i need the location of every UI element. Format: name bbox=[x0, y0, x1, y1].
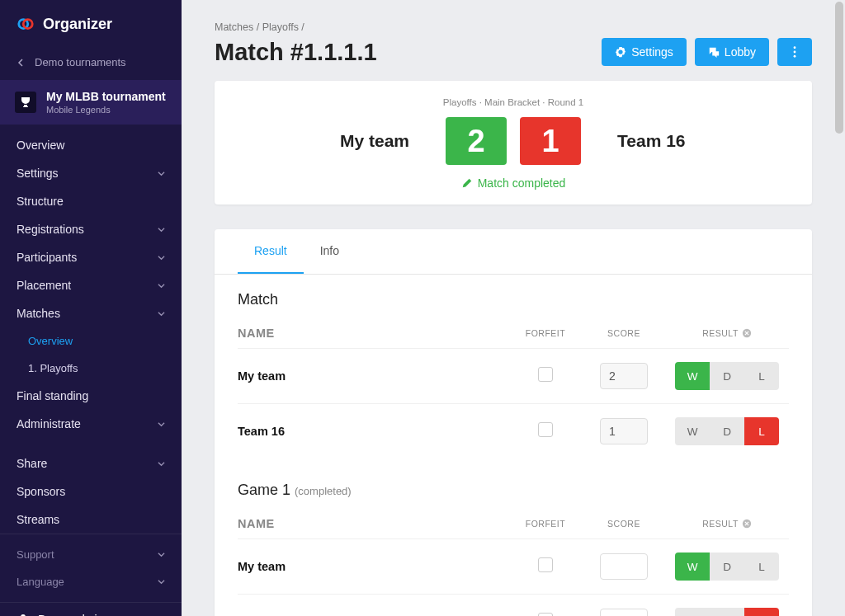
match-status[interactable]: Match completed bbox=[239, 176, 787, 190]
wdl-win[interactable]: W bbox=[675, 608, 710, 616]
match-status-text: Match completed bbox=[478, 176, 566, 190]
col-forfeit: FORFEIT bbox=[508, 328, 583, 338]
forfeit-checkbox[interactable] bbox=[538, 422, 553, 437]
wdl-lose[interactable]: L bbox=[744, 362, 779, 390]
svg-point-4 bbox=[794, 51, 796, 54]
sidebar-item-settings[interactable]: Settings bbox=[0, 159, 182, 187]
dots-vertical-icon bbox=[789, 46, 800, 58]
wdl-win[interactable]: W bbox=[675, 362, 710, 390]
scrollbar[interactable] bbox=[835, 2, 843, 134]
tab-info[interactable]: Info bbox=[304, 229, 356, 274]
sidebar-item-label: Sponsors bbox=[17, 485, 65, 498]
col-score: SCORE bbox=[583, 519, 665, 529]
sidebar-item-structure[interactable]: Structure bbox=[0, 187, 182, 215]
sidebar-item-language[interactable]: Language bbox=[0, 568, 182, 595]
brand: Organizer bbox=[0, 0, 182, 48]
sidebar-item-final-standing[interactable]: Final standing bbox=[0, 382, 182, 410]
col-name: NAME bbox=[238, 327, 508, 340]
table-row: Team 16 W D L bbox=[238, 403, 789, 458]
section-game-1: Game 1 (completed) NAME FORFEIT SCORE RE… bbox=[215, 465, 812, 616]
sidebar-item-label: Share bbox=[17, 457, 47, 470]
section-match: Match NAME FORFEIT SCORE RESULT My team … bbox=[215, 275, 812, 465]
wdl-win[interactable]: W bbox=[675, 553, 710, 581]
wdl-lose[interactable]: L bbox=[744, 417, 779, 445]
wdl-toggle: W D L bbox=[675, 362, 779, 390]
tournament-game: Mobile Legends bbox=[46, 105, 166, 115]
section-title: Match bbox=[238, 291, 789, 308]
trophy-icon bbox=[15, 92, 36, 113]
wdl-draw[interactable]: D bbox=[710, 553, 744, 581]
lobby-button[interactable]: Lobby bbox=[695, 38, 769, 66]
sidebar-item-share[interactable]: Share bbox=[0, 449, 182, 477]
chevron-down-icon bbox=[158, 576, 165, 588]
wdl-toggle: W D L bbox=[675, 553, 779, 581]
svg-point-3 bbox=[794, 46, 796, 49]
forfeit-checkbox[interactable] bbox=[538, 557, 553, 572]
sidebar-item-sponsors[interactable]: Sponsors bbox=[0, 477, 182, 505]
sidebar-item-overview[interactable]: Overview bbox=[0, 131, 182, 159]
sidebar-item-label: Settings bbox=[17, 167, 59, 180]
more-button[interactable] bbox=[777, 38, 812, 66]
wdl-draw[interactable]: D bbox=[710, 362, 744, 390]
wdl-lose[interactable]: L bbox=[744, 608, 779, 616]
wdl-draw[interactable]: D bbox=[710, 417, 744, 445]
row-team-name: Team 16 bbox=[238, 425, 508, 438]
sidebar-item-label: Support bbox=[17, 548, 54, 561]
forfeit-checkbox[interactable] bbox=[538, 613, 553, 616]
breadcrumb[interactable]: Matches / Playoffs / bbox=[215, 21, 812, 33]
sidebar-item-label: Overview bbox=[17, 139, 64, 152]
wdl-lose[interactable]: L bbox=[744, 553, 779, 581]
sidebar-item-placement[interactable]: Placement bbox=[0, 271, 182, 299]
sidebar-item-participants[interactable]: Participants bbox=[0, 243, 182, 271]
score-subtitle: Playoffs · Main Bracket · Round 1 bbox=[239, 97, 787, 107]
sidebar-item-administrate[interactable]: Administrate bbox=[0, 410, 182, 438]
sidebar-item-registrations[interactable]: Registrations bbox=[0, 215, 182, 243]
chat-icon bbox=[708, 46, 720, 58]
chevron-down-icon bbox=[158, 223, 165, 236]
forfeit-checkbox[interactable] bbox=[538, 367, 553, 382]
sidebar-item-label: Matches bbox=[17, 307, 60, 320]
user-icon bbox=[17, 613, 30, 616]
sidebar-item-streams[interactable]: Streams bbox=[0, 505, 182, 534]
score-input[interactable] bbox=[600, 363, 648, 389]
tournament-block[interactable]: My MLBB tournament Mobile Legends bbox=[0, 80, 182, 125]
sidebar-item-support[interactable]: Support bbox=[0, 541, 182, 568]
chevron-down-icon bbox=[158, 548, 165, 561]
score-box-b: 1 bbox=[520, 117, 581, 165]
wdl-win[interactable]: W bbox=[675, 417, 710, 445]
wdl-toggle: W D L bbox=[675, 417, 779, 445]
table-row: Team 16 W D L bbox=[238, 594, 789, 616]
result-panel: Result Info Match NAME FORFEIT SCORE RES… bbox=[215, 229, 812, 616]
table-row: My team W D L bbox=[238, 348, 789, 403]
score-input[interactable] bbox=[600, 418, 648, 444]
main: Matches / Playoffs / Match #1.1.1.1 Sett… bbox=[182, 0, 845, 616]
back-link[interactable]: Demo tournaments bbox=[0, 48, 182, 80]
sidebar-user[interactable]: Demo admin bbox=[0, 602, 182, 616]
brand-text: Organizer bbox=[43, 16, 112, 33]
svg-point-5 bbox=[794, 55, 796, 58]
score-input[interactable] bbox=[600, 553, 648, 580]
sidebar-item-label: Participants bbox=[17, 251, 77, 264]
sidebar-item-overview[interactable]: Overview bbox=[0, 327, 182, 355]
chevron-down-icon bbox=[158, 167, 165, 180]
chevron-left-icon bbox=[17, 59, 25, 67]
wdl-draw[interactable]: D bbox=[710, 608, 744, 616]
sidebar-item-matches[interactable]: Matches bbox=[0, 299, 182, 327]
score-input[interactable] bbox=[600, 609, 648, 616]
back-label: Demo tournaments bbox=[35, 56, 126, 68]
row-team-name: My team bbox=[238, 369, 508, 383]
score-card: Playoffs · Main Bracket · Round 1 My tea… bbox=[215, 81, 812, 205]
row-team-name: My team bbox=[238, 560, 508, 573]
tournament-name: My MLBB tournament bbox=[46, 90, 166, 103]
chevron-down-icon bbox=[158, 457, 165, 470]
settings-button[interactable]: Settings bbox=[602, 38, 687, 66]
sidebar-item-1-playoffs[interactable]: 1. Playoffs bbox=[0, 355, 182, 382]
col-name: NAME bbox=[238, 517, 508, 530]
col-result: RESULT bbox=[665, 328, 789, 338]
sidebar-nav: OverviewSettingsStructureRegistrationsPa… bbox=[0, 125, 182, 534]
sidebar-item-label: Registrations bbox=[17, 223, 84, 236]
col-score: SCORE bbox=[583, 328, 665, 338]
tab-result[interactable]: Result bbox=[238, 229, 304, 274]
sidebar-item-label: Structure bbox=[17, 195, 64, 208]
sidebar-item-label: Streams bbox=[17, 513, 59, 526]
